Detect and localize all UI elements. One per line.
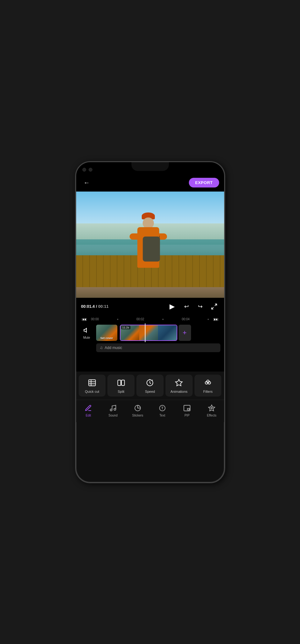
svg-marker-13 (175, 379, 182, 386)
edit-tools: Quick cut Split S (76, 372, 224, 400)
text-icon: T (158, 404, 167, 412)
nav-label-stickers: Stickers (132, 414, 143, 417)
back-button[interactable]: ← (81, 177, 92, 188)
fullscreen-button[interactable] (209, 302, 219, 312)
nav-item-sound[interactable]: Sound (101, 402, 125, 418)
svg-rect-23 (187, 408, 189, 410)
nav-label-text: Text (160, 414, 165, 417)
spacer (76, 356, 224, 372)
svg-rect-7 (118, 380, 121, 385)
nav-item-edit[interactable]: Edit (76, 402, 101, 418)
status-bar (76, 162, 224, 175)
camera-area (82, 168, 92, 172)
svg-rect-8 (121, 380, 125, 385)
clip-strip[interactable]: Mute Set cover 11.2s + (76, 323, 224, 342)
ruler-dot-1 (117, 319, 118, 320)
speed-icon (145, 378, 155, 388)
svg-text:T: T (161, 407, 163, 410)
playhead (145, 323, 145, 342)
camera-dot-2 (89, 168, 92, 172)
timeline-area: ⏮ 00:00 00:02 00:04 ⏭ Mute (76, 314, 224, 356)
clip-frame-3 (158, 325, 177, 340)
play-button[interactable]: ▶ (167, 301, 178, 312)
timeline-ruler: ⏮ 00:00 00:02 00:04 ⏭ (76, 315, 224, 323)
export-button[interactable]: EXPORT (189, 178, 219, 187)
svg-rect-3 (89, 380, 96, 386)
ruler-mark-2: 00:04 (182, 317, 189, 321)
skip-forward-button[interactable]: ⏭ (212, 317, 220, 322)
quick-cut-label: Quick cut (85, 390, 99, 393)
add-music-track[interactable]: ♫ Add music (96, 343, 220, 352)
svg-line-1 (211, 307, 213, 309)
edit-icon (84, 404, 93, 412)
ruler-mark-1: 00:02 (136, 317, 144, 321)
nav-item-effects[interactable]: Effects (199, 402, 224, 418)
nav-label-sound: Sound (109, 414, 118, 417)
quick-cut-button[interactable]: Quick cut (79, 375, 106, 397)
filters-icon (203, 378, 213, 388)
animations-icon (174, 378, 184, 388)
nav-item-stickers[interactable]: Stickers (125, 402, 150, 418)
video-clips-wrapper: 11.2s + (120, 325, 220, 341)
effects-icon (207, 404, 216, 412)
person-backpack (143, 237, 160, 262)
split-button[interactable]: Split (107, 375, 135, 397)
add-music-label: Add music (105, 346, 122, 350)
nav-label-edit: Edit (86, 414, 91, 417)
phone-frame: ← EXPORT 00:01.4 / 00:11 (75, 161, 225, 483)
speed-button[interactable]: Speed (136, 375, 164, 397)
split-icon (116, 378, 126, 388)
undo-button[interactable]: ↩ (182, 302, 192, 312)
time-sep: / (95, 304, 98, 309)
top-bar: ← EXPORT (76, 175, 224, 192)
time-total: 00:11 (98, 304, 108, 309)
svg-line-0 (214, 304, 216, 306)
svg-point-25 (211, 407, 212, 409)
camera-dot-1 (82, 168, 86, 172)
skip-back-button[interactable]: ⏮ (80, 317, 89, 322)
ruler-dot-2 (162, 319, 164, 320)
animations-button[interactable]: Animations (165, 375, 193, 397)
mute-icon (82, 326, 91, 335)
nav-label-pip: PIP (184, 414, 189, 417)
set-cover-thumbnail[interactable]: Set cover (96, 325, 117, 341)
stickers-icon (133, 404, 142, 412)
clip-duration-badge: 11.2s (121, 326, 130, 329)
controls-bar: 00:01.4 / 00:11 ▶ ↩ ↪ (76, 298, 224, 314)
person-figure (130, 205, 167, 268)
nav-item-pip[interactable]: PIP (175, 402, 199, 418)
time-current: 00:01.4 (81, 304, 95, 309)
filters-label: Filters (203, 390, 213, 393)
redo-button[interactable]: ↪ (195, 302, 205, 312)
clip-frame-2 (139, 325, 158, 340)
ruler-marks: 00:00 00:02 00:04 (89, 317, 212, 321)
split-label: Split (118, 390, 124, 393)
ruler-mark-0: 00:00 (91, 317, 99, 321)
video-preview (76, 192, 224, 298)
mute-label: Mute (83, 336, 90, 339)
set-cover-label: Set cover (100, 337, 113, 340)
animations-label: Animations (170, 390, 187, 393)
add-clip-button[interactable]: + (179, 325, 191, 341)
svg-marker-24 (209, 405, 215, 411)
svg-line-12 (152, 380, 153, 380)
nav-label-effects: Effects (207, 414, 216, 417)
filters-button[interactable]: Filters (194, 375, 222, 397)
bottom-nav: Edit Sound Stickers (76, 400, 224, 422)
mute-button-area[interactable]: Mute (80, 326, 94, 339)
svg-point-18 (114, 408, 116, 410)
svg-point-17 (110, 409, 112, 411)
speed-label: Speed (145, 390, 155, 393)
quick-cut-icon (87, 378, 97, 388)
nav-item-text[interactable]: T Text (150, 402, 175, 418)
time-display: 00:01.4 / 00:11 (81, 304, 163, 309)
ruler-dot-3 (208, 319, 209, 320)
svg-marker-2 (84, 328, 86, 332)
pip-icon (183, 404, 191, 412)
sound-icon (109, 404, 117, 412)
video-scene (76, 192, 224, 298)
music-note-icon: ♫ (100, 345, 103, 350)
